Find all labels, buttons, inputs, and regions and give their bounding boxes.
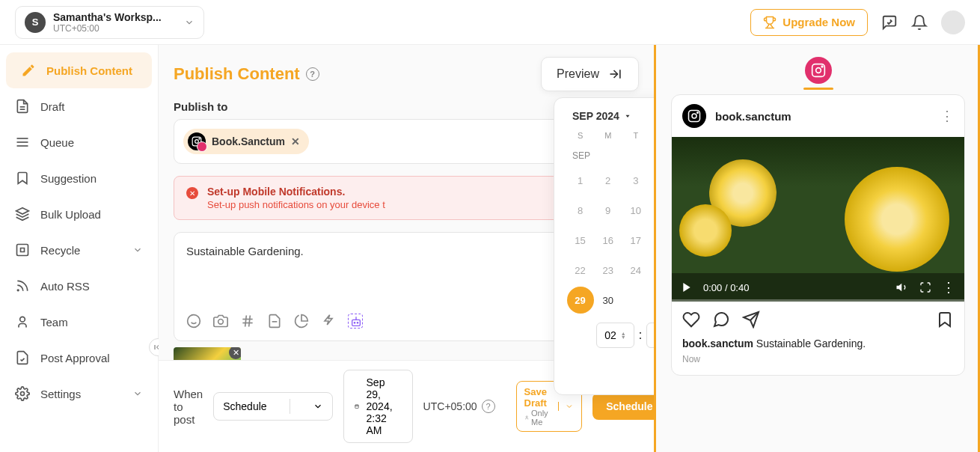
schedule-mode-select[interactable]: Schedule [213, 392, 332, 421]
preview-panel: book.sanctum ⋮ 0:00 / 0:40 ⋮ [654, 45, 980, 452]
post-preview-card: book.sanctum ⋮ 0:00 / 0:40 ⋮ [671, 94, 965, 376]
calendar-day[interactable]: 30 [594, 285, 622, 315]
calendar-day[interactable]: 25 [649, 255, 654, 285]
svg-marker-5 [16, 208, 29, 214]
sidebar-label: Post Approval [40, 352, 110, 364]
time-picker: 02▲▼ : 32▲▼ AM▲▼ [566, 323, 654, 348]
sidebar-item-publish[interactable]: Publish Content [6, 52, 152, 88]
calendar-day[interactable]: 1 [566, 165, 594, 195]
schedule-button[interactable]: Schedule [592, 393, 654, 420]
sidebar-item-queue[interactable]: Queue [0, 124, 158, 160]
instagram-tab[interactable] [805, 57, 832, 84]
pie-chart-icon[interactable] [294, 314, 309, 329]
instagram-account-icon [188, 132, 206, 150]
play-icon[interactable] [681, 281, 693, 293]
help-icon[interactable]: ? [306, 67, 319, 81]
volume-icon[interactable] [895, 281, 909, 294]
preview-label: Preview [557, 67, 599, 81]
camera-icon[interactable] [213, 314, 228, 329]
sidebar-label: Queue [40, 136, 74, 149]
sidebar-item-suggestion[interactable]: Suggestion [0, 160, 158, 196]
workspace-switcher[interactable]: S Samantha's Worksp... UTC+05:00 [15, 6, 204, 39]
heart-icon[interactable] [682, 311, 700, 329]
calendar-day[interactable]: 16 [594, 225, 622, 255]
month-selector[interactable]: SEP 2024 [572, 110, 631, 122]
svg-rect-6 [17, 245, 28, 256]
plug-icon[interactable] [321, 314, 336, 329]
video-more-icon[interactable]: ⋮ [942, 279, 955, 296]
upgrade-button[interactable]: Upgrade Now [750, 9, 868, 36]
remove-account-icon[interactable]: ✕ [291, 135, 300, 147]
chevron-down-icon [313, 401, 323, 412]
calendar-day[interactable]: 23 [594, 255, 622, 285]
sidebar-item-recycle[interactable]: Recycle [0, 232, 158, 268]
calendar-day[interactable]: 11 [649, 195, 654, 225]
alert-body: Set-up push notifications on your device… [207, 199, 385, 210]
calendar-day[interactable]: 24 [622, 255, 649, 285]
post-caption: book.sanctum Sustainable Gardening. [672, 338, 964, 354]
calendar-day[interactable]: 15 [566, 225, 594, 255]
svg-point-15 [199, 138, 200, 139]
bell-icon[interactable] [911, 14, 928, 31]
svg-point-37 [821, 66, 823, 67]
calendar-day[interactable]: 22 [566, 255, 594, 285]
user-avatar[interactable] [941, 10, 965, 34]
hour-input[interactable]: 02▲▼ [596, 323, 634, 348]
hashtag-icon[interactable] [240, 314, 255, 329]
alert-title: Set-up Mobile Notifications. [207, 186, 385, 198]
calendar-day[interactable]: 18 [649, 225, 654, 255]
template-icon[interactable] [267, 314, 282, 329]
calendar-day[interactable]: 3 [622, 165, 649, 195]
svg-point-8 [20, 317, 25, 322]
ai-robot-icon[interactable] [348, 314, 363, 329]
help-icon[interactable]: ? [482, 400, 495, 413]
calendar-day[interactable]: 8 [566, 195, 594, 225]
preview-button[interactable]: Preview [541, 57, 639, 91]
minute-input[interactable]: 32▲▼ [646, 323, 654, 348]
calendar-weekdays: SMTWTFS [566, 131, 654, 140]
sidebar-item-settings[interactable]: Settings [0, 376, 158, 412]
bookmark-icon[interactable] [936, 311, 954, 329]
dropdown-icon [624, 112, 631, 120]
sidebar-item-bulk[interactable]: Bulk Upload [0, 196, 158, 232]
calendar-day[interactable]: 2 [594, 165, 622, 195]
save-draft-visibility: Only Me [524, 409, 551, 427]
layers-icon [15, 207, 30, 222]
svg-rect-25 [352, 320, 361, 326]
calendar-day[interactable]: 4 [649, 165, 654, 195]
comment-icon[interactable] [712, 311, 730, 329]
remove-media-icon[interactable]: ✕ [229, 347, 241, 359]
svg-point-39 [692, 114, 696, 118]
account-chip[interactable]: Book.Sanctum ✕ [183, 129, 309, 154]
calendar-day[interactable]: 17 [622, 225, 649, 255]
svg-point-19 [218, 320, 224, 325]
date-time-input[interactable]: Sep 29, 2024, 2:32 AM [343, 370, 413, 443]
post-more-icon[interactable]: ⋮ [940, 108, 954, 124]
workspace-avatar: S [25, 12, 46, 33]
feedback-icon[interactable] [881, 14, 898, 31]
sidebar-item-approval[interactable]: Post Approval [0, 340, 158, 376]
sidebar-item-rss[interactable]: Auto RSS [0, 268, 158, 304]
check-document-icon [15, 350, 30, 365]
trophy-icon [763, 16, 777, 29]
post-media[interactable]: 0:00 / 0:40 ⋮ [672, 137, 964, 302]
calendar-day[interactable]: 10 [622, 195, 649, 225]
fullscreen-icon[interactable] [919, 281, 931, 293]
gear-icon [15, 386, 30, 401]
calendar-day[interactable]: 9 [594, 195, 622, 225]
sidebar-item-team[interactable]: Team [0, 304, 158, 340]
sidebar-label: Team [40, 316, 68, 329]
svg-point-7 [17, 290, 19, 291]
sidebar-label: Publish Content [46, 64, 132, 77]
sidebar-item-draft[interactable]: Draft [0, 88, 158, 124]
send-icon[interactable] [742, 311, 760, 329]
video-time: 0:00 / 0:40 [703, 282, 749, 293]
emoji-icon[interactable] [186, 314, 201, 329]
bookmark-icon [15, 171, 30, 186]
when-to-post-label: When to post [174, 388, 203, 426]
page-title: Publish Content ? [174, 64, 319, 84]
upgrade-label: Upgrade Now [783, 16, 855, 28]
svg-rect-30 [355, 405, 358, 408]
calendar-day[interactable]: 29 [567, 287, 594, 314]
svg-point-16 [188, 315, 200, 328]
